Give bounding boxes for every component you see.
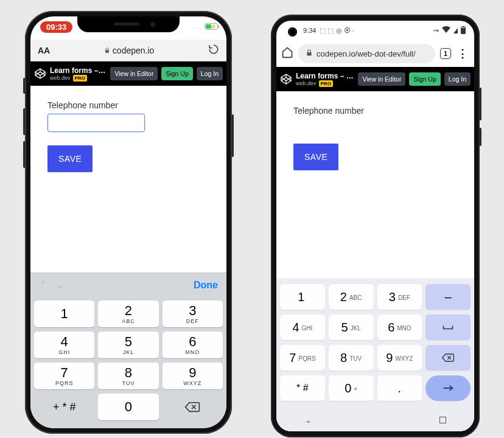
vpn-key-icon: ⊸ <box>433 26 439 35</box>
pen-content: Telephone number SAVE <box>30 86 226 187</box>
android-url-text: codepen.io/web-dot-dev/full/ <box>317 49 416 58</box>
pro-badge: PRO <box>73 75 87 82</box>
key-0[interactable]: 0+ <box>329 375 374 401</box>
ios-url-text: codepen.io <box>113 46 155 55</box>
pen-content: Telephone number SAVE <box>276 91 474 185</box>
key-3[interactable]: 3DEF <box>163 301 223 327</box>
ios-side-button <box>23 108 25 135</box>
key-backspace[interactable] <box>163 394 223 420</box>
keyboard-done-button[interactable]: Done <box>194 280 218 291</box>
pen-author: web.dev <box>50 75 71 81</box>
android-status-notif-icons: ⬚ ⬚ ◎ ⦿ · <box>320 27 354 35</box>
telephone-label: Telephone number <box>293 106 457 116</box>
android-status-right-icons: ⊸ <box>433 26 466 35</box>
key-1[interactable]: 1 <box>280 284 325 310</box>
prev-field-button[interactable]: ⌃ <box>39 279 47 291</box>
ios-browser-bar: AA codepen.io <box>30 40 226 61</box>
menu-icon[interactable]: ⋮ <box>456 47 469 60</box>
android-device-frame: 9:34 ⬚ ⬚ ◎ ⦿ · ⊸ codepen.io/web-dot-dev/… <box>271 15 480 437</box>
key-7[interactable]: 7PQRS <box>34 363 94 389</box>
view-in-editor-button[interactable]: View in Editor <box>110 67 158 80</box>
lock-icon <box>306 49 313 58</box>
iphone-device-frame: 09:33 .... ⚡ AA codepen.io Lea <box>25 11 232 434</box>
key-space[interactable] <box>425 315 471 340</box>
home-pill[interactable] <box>354 419 397 421</box>
ios-side-button <box>232 114 234 157</box>
key-9[interactable]: 9WXYZ <box>377 345 422 370</box>
ios-url-bar[interactable]: codepen.io <box>55 46 203 55</box>
key-2[interactable]: 2ABC <box>98 301 158 327</box>
key-dash[interactable]: – <box>425 284 471 310</box>
iphone-notch <box>77 16 180 32</box>
key-0[interactable]: 0 <box>98 394 158 420</box>
telephone-label: Telephone number <box>47 100 209 110</box>
wifi-icon <box>442 26 450 35</box>
key-4[interactable]: 4GHI <box>34 332 94 358</box>
android-camera-hole <box>288 27 297 36</box>
codepen-logo-icon[interactable] <box>34 68 46 80</box>
key-3[interactable]: 3DEF <box>377 284 422 310</box>
login-button[interactable]: Log In <box>197 67 223 80</box>
ios-keyboard-accessory: ⌃ ⌄ Done <box>30 273 226 297</box>
key-8[interactable]: 8TUV <box>98 363 158 389</box>
key-symbols[interactable]: * # <box>280 375 325 401</box>
tabs-button[interactable]: 1 <box>440 48 451 59</box>
keyboard-settings-button[interactable] <box>439 417 446 423</box>
iphone-screen: 09:33 .... ⚡ AA codepen.io Lea <box>30 16 226 428</box>
key-backspace[interactable] <box>425 345 471 370</box>
key-6[interactable]: 6MNO <box>377 315 422 340</box>
battery-icon <box>461 27 466 34</box>
android-numeric-keypad: 1 2ABC 3DEF – 4GHI 5JKL 6MNO 7PQRS 8TUV … <box>276 278 474 431</box>
key-enter[interactable] <box>425 375 471 401</box>
battery-icon: ⚡ <box>205 23 218 30</box>
key-6[interactable]: 6MNO <box>163 332 223 358</box>
key-9[interactable]: 9WXYZ <box>163 363 223 389</box>
lock-icon <box>104 46 110 55</box>
ios-side-button <box>23 78 25 94</box>
android-status-bar: 9:34 ⬚ ⬚ ◎ ⦿ · ⊸ <box>276 21 474 40</box>
android-side-button <box>480 128 481 146</box>
signup-button[interactable]: Sign Up <box>409 72 440 86</box>
key-period[interactable]: . <box>377 375 422 401</box>
key-7[interactable]: 7PQRS <box>280 345 325 370</box>
pen-title: Learn forms – virt… <box>50 66 107 75</box>
ios-numeric-keypad: 1 2ABC 3DEF 4GHI 5JKL 6MNO 7PQRS 8TUV 9W… <box>30 297 226 428</box>
android-browser-bar: codepen.io/web-dot-dev/full/ 1 ⋮ <box>276 40 474 67</box>
keyboard-hide-button[interactable]: ⌄ <box>305 415 312 425</box>
save-button[interactable]: SAVE <box>293 144 338 170</box>
pen-author: web.dev <box>296 80 317 86</box>
android-side-button <box>480 88 481 120</box>
codepen-logo-icon[interactable] <box>280 73 292 85</box>
android-url-bar[interactable]: codepen.io/web-dot-dev/full/ <box>298 44 435 63</box>
android-screen: 9:34 ⬚ ⬚ ◎ ⦿ · ⊸ codepen.io/web-dot-dev/… <box>276 21 474 431</box>
android-nav-bar: ⌄ <box>279 412 472 428</box>
login-button[interactable]: Log In <box>444 72 471 86</box>
ios-status-battery: .... ⚡ <box>194 23 218 30</box>
codepen-top-bar: Learn forms – virt… web.dev PRO View in … <box>30 61 226 86</box>
key-5[interactable]: 5JKL <box>98 332 158 358</box>
codepen-title[interactable]: Learn forms – virt… web.dev PRO <box>296 72 354 87</box>
key-symbols[interactable]: + * # <box>34 394 94 420</box>
android-status-time: 9:34 <box>303 27 316 34</box>
signup-button[interactable]: Sign Up <box>161 67 192 80</box>
ios-side-button <box>23 141 25 168</box>
signal-icon <box>453 28 458 33</box>
text-size-button[interactable]: AA <box>38 46 50 55</box>
view-in-editor-button[interactable]: View in Editor <box>358 72 405 86</box>
save-button[interactable]: SAVE <box>47 145 93 172</box>
key-8[interactable]: 8TUV <box>329 345 374 370</box>
codepen-top-bar: Learn forms – virt… web.dev PRO View in … <box>276 67 474 91</box>
telephone-input[interactable] <box>47 114 145 132</box>
home-icon[interactable] <box>281 46 293 61</box>
reload-icon[interactable] <box>208 44 219 57</box>
pen-title: Learn forms – virt… <box>296 72 354 80</box>
codepen-title[interactable]: Learn forms – virt… web.dev PRO <box>50 66 107 82</box>
key-4[interactable]: 4GHI <box>280 315 325 340</box>
next-field-button[interactable]: ⌄ <box>55 279 63 291</box>
key-5[interactable]: 5JKL <box>329 315 374 340</box>
pro-badge: PRO <box>319 80 333 87</box>
key-2[interactable]: 2ABC <box>329 284 374 310</box>
key-1[interactable]: 1 <box>34 301 94 327</box>
ios-status-time: 09:33 <box>40 21 72 33</box>
